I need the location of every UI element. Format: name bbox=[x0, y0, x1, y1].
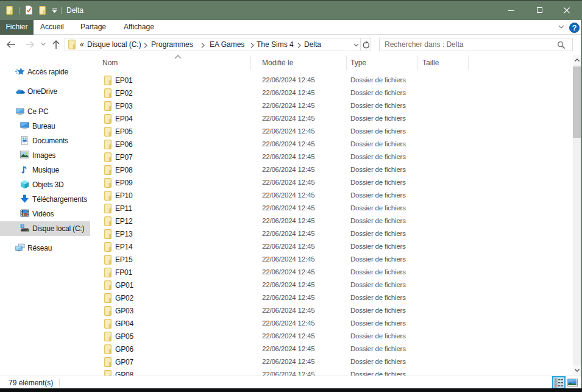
svg-text:?: ? bbox=[572, 24, 577, 32]
